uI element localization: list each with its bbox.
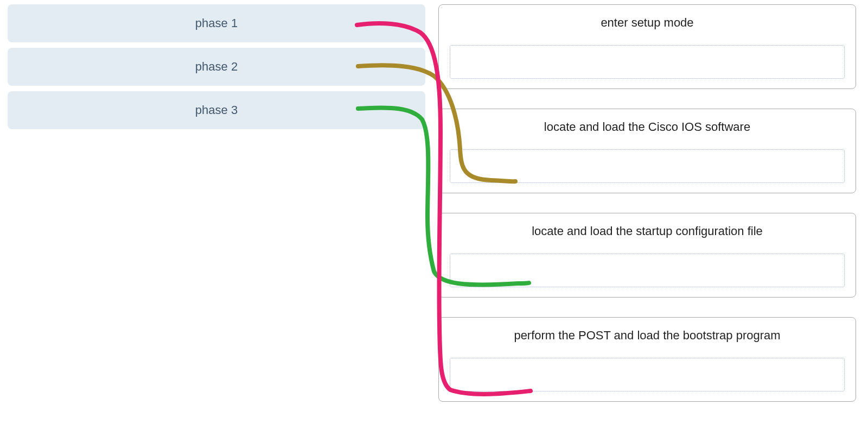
phase-label: phase 1 [195, 16, 238, 30]
phase-item-3[interactable]: phase 3 [8, 91, 425, 129]
target-enter-setup-mode: enter setup mode [438, 4, 856, 89]
target-locate-load-ios: locate and load the Cisco IOS software [438, 109, 856, 193]
target-title: locate and load the startup configuratio… [532, 224, 763, 238]
phase-label: phase 3 [195, 103, 238, 117]
phase-label: phase 2 [195, 60, 238, 74]
matching-exercise: phase 1 phase 2 phase 3 enter setup mode… [0, 0, 868, 430]
target-locate-load-startup-config: locate and load the startup configuratio… [438, 213, 856, 298]
phase-item-1[interactable]: phase 1 [8, 4, 425, 42]
phase-item-2[interactable]: phase 2 [8, 48, 425, 86]
target-title: enter setup mode [601, 16, 693, 30]
target-post-bootstrap: perform the POST and load the bootstrap … [438, 317, 856, 402]
target-title: perform the POST and load the bootstrap … [514, 328, 780, 343]
dropzone[interactable] [450, 254, 845, 287]
dropzone[interactable] [450, 149, 845, 183]
dropzone[interactable] [450, 45, 845, 79]
target-title: locate and load the Cisco IOS software [544, 120, 750, 134]
dropzone[interactable] [450, 358, 845, 391]
